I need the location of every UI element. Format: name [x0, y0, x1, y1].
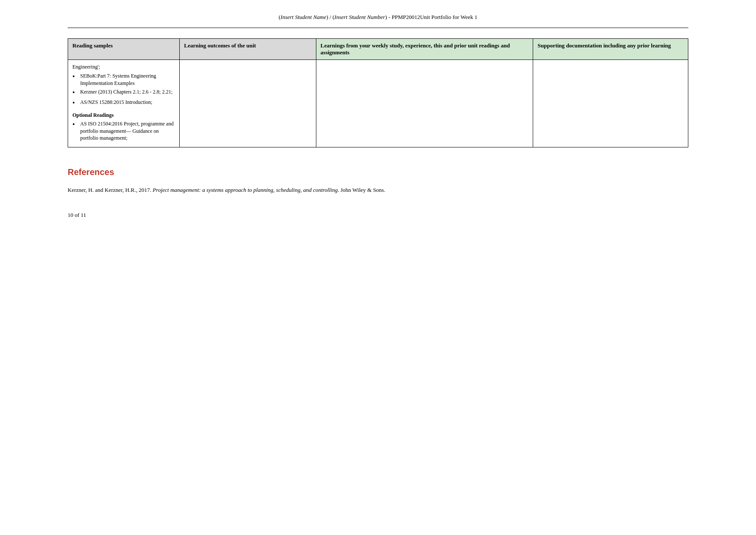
page-info: 10 of 11 [68, 212, 86, 218]
col-header-learning-outcomes: Learning outcomes of the unit [180, 39, 316, 60]
col-header-reading-samples: Reading samples [68, 39, 180, 60]
reading-samples-content: Engineering'; • SEBoK:Part 7: Systems En… [72, 63, 175, 142]
learnings-cell [316, 60, 533, 147]
reading-samples-cell: Engineering'; • SEBoK:Part 7: Systems En… [68, 60, 180, 147]
table-header-row: Reading samples Learning outcomes of the… [68, 39, 688, 60]
col-header-learnings: Learnings from your weekly study, experi… [316, 39, 533, 60]
bullet-icon: • [72, 72, 78, 81]
page-footer: 10 of 11 [68, 212, 688, 219]
list-item: • AS/NZS 15288:2015 Introduction; [72, 99, 175, 107]
portfolio-table: Reading samples Learning outcomes of the… [68, 38, 688, 147]
item-text: Engineering'; [72, 63, 175, 71]
list-item: Engineering'; [72, 63, 175, 71]
item-text: Kerzner (2013) Chapters 2.1; 2.6 - 2.8; … [80, 88, 175, 96]
table-row: Engineering'; • SEBoK:Part 7: Systems En… [68, 60, 688, 147]
item-text: SEBoK:Part 7: Systems Engineering Implem… [80, 72, 175, 87]
references-section: References Kerzner, H. and Kerzner, H.R.… [68, 163, 688, 194]
bullet-icon: • [72, 88, 78, 97]
list-item: • Kerzner (2013) Chapters 2.1; 2.6 - 2.8… [72, 88, 175, 97]
item-text: AS ISO 21504:2016 Project, programme and… [80, 120, 175, 142]
student-number-placeholder: Insert Student Number [334, 14, 385, 20]
reading-list: Engineering'; • SEBoK:Part 7: Systems En… [72, 63, 175, 107]
optional-list: • AS ISO 21504:2016 Project, programme a… [72, 120, 175, 142]
reference-item: Kerzner, H. and Kerzner, H.R., 2017. Pro… [68, 186, 688, 194]
reference-title: Project management: a systems approach t… [153, 187, 337, 193]
list-item: • SEBoK:Part 7: Systems Engineering Impl… [72, 72, 175, 87]
page-header: (Insert Student Name) / (Insert Student … [68, 9, 688, 28]
bullet-icon: • [72, 120, 78, 128]
item-text: AS/NZS 15288:2015 Introduction; [80, 99, 175, 106]
list-item: • AS ISO 21504:2016 Project, programme a… [72, 120, 175, 142]
reference-publisher: . John Wiley & Sons. [337, 187, 385, 193]
page-container: (Insert Student Name) / (Insert Student … [33, 0, 723, 236]
bullet-icon: • [72, 99, 78, 107]
references-heading: References [68, 167, 688, 177]
optional-heading: Optional Readings [72, 112, 175, 119]
col-header-supporting-doc: Supporting documentation including any p… [533, 39, 688, 60]
learning-outcomes-cell [180, 60, 316, 147]
supporting-doc-cell [533, 60, 688, 147]
student-name-placeholder: Insert Student Name [281, 14, 326, 20]
reference-authors: Kerzner, H. and Kerzner, H.R., 2017. [68, 187, 153, 193]
